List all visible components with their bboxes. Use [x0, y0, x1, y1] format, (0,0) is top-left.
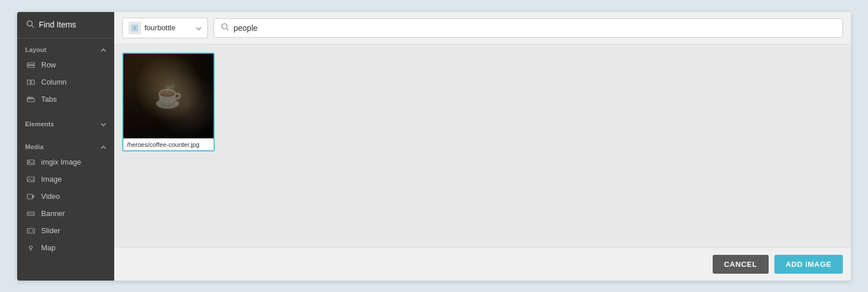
- svg-rect-5: [31, 80, 34, 85]
- main-content: f fourbottle: [114, 12, 851, 281]
- cancel-button[interactable]: CANCEL: [713, 255, 769, 274]
- svg-marker-13: [33, 195, 34, 198]
- map-icon: [26, 243, 35, 253]
- sidebar-item-tabs-label: Tabs: [41, 95, 57, 103]
- source-dropdown[interactable]: f fourbottle: [122, 18, 208, 38]
- svg-rect-16: [27, 229, 34, 233]
- elements-section-label: Elements: [25, 121, 54, 127]
- media-section-label: Media: [25, 143, 43, 150]
- slider-icon: [26, 226, 35, 235]
- sidebar: Find Items Layout Row: [17, 12, 114, 281]
- svg-rect-11: [27, 177, 34, 182]
- image-card-label: /heroes/coffee-counter.jpg: [123, 138, 214, 150]
- sidebar-item-video-label: Video: [41, 192, 60, 201]
- sidebar-item-imgix-image[interactable]: imgix Image: [17, 154, 114, 171]
- svg-line-1: [32, 25, 34, 27]
- layout-section-header[interactable]: Layout: [17, 43, 114, 57]
- elements-section: Elements: [17, 113, 114, 135]
- sidebar-item-row[interactable]: Row: [17, 57, 114, 74]
- find-items-label: Find Items: [39, 20, 76, 29]
- search-icon: [221, 23, 229, 33]
- image-thumbnail: [123, 54, 214, 138]
- footer-bar: CANCEL ADD IMAGE: [114, 247, 851, 281]
- sidebar-item-slider[interactable]: Slider: [17, 222, 114, 239]
- svg-point-17: [30, 246, 33, 249]
- search-bar: [214, 18, 843, 38]
- column-icon: [26, 78, 35, 87]
- media-section: Media imgix Image: [17, 135, 114, 261]
- sidebar-item-slider-label: Slider: [41, 226, 60, 235]
- find-items-button[interactable]: Find Items: [17, 12, 114, 38]
- elements-collapse-icon: [101, 121, 106, 127]
- layout-collapse-icon: [101, 46, 106, 53]
- image-card[interactable]: /heroes/coffee-counter.jpg: [122, 53, 215, 151]
- sidebar-item-video[interactable]: Video: [17, 188, 114, 205]
- sidebar-item-banner-label: Banner: [41, 209, 65, 218]
- image-area: /heroes/coffee-counter.jpg: [114, 45, 851, 247]
- sidebar-item-image-label: Image: [41, 175, 62, 183]
- image-icon: [26, 175, 35, 184]
- chevron-down-icon: [196, 23, 202, 32]
- row-icon: [26, 61, 35, 70]
- video-icon: [26, 192, 35, 201]
- layout-section: Layout Row: [17, 38, 114, 113]
- svg-rect-3: [27, 65, 34, 67]
- media-section-header[interactable]: Media: [17, 140, 114, 154]
- svg-line-22: [227, 29, 229, 31]
- sidebar-item-image[interactable]: Image: [17, 171, 114, 188]
- sidebar-item-map[interactable]: Map: [17, 239, 114, 257]
- sidebar-item-banner[interactable]: Banner: [17, 205, 114, 222]
- add-image-button[interactable]: ADD IMAGE: [774, 255, 843, 274]
- svg-rect-4: [27, 80, 30, 85]
- sidebar-item-row-label: Row: [41, 61, 56, 69]
- toolbar: f fourbottle: [114, 12, 851, 45]
- svg-rect-2: [27, 63, 34, 65]
- sidebar-item-column[interactable]: Column: [17, 74, 114, 91]
- search-input[interactable]: [234, 19, 835, 37]
- banner-icon: [26, 209, 35, 218]
- search-icon: [26, 20, 34, 30]
- sidebar-item-map-label: Map: [41, 243, 55, 252]
- elements-section-header[interactable]: Elements: [17, 117, 114, 131]
- svg-rect-12: [27, 194, 33, 199]
- sidebar-item-tabs[interactable]: Tabs: [17, 91, 114, 108]
- source-name: fourbottle: [144, 23, 175, 32]
- media-collapse-icon: [101, 143, 106, 150]
- sidebar-item-imgix-label: imgix Image: [41, 158, 81, 166]
- tabs-icon: [26, 95, 35, 104]
- sidebar-item-column-label: Column: [41, 78, 67, 86]
- app-container: Find Items Layout Row: [17, 12, 851, 281]
- layout-section-label: Layout: [25, 46, 46, 53]
- source-logo: f: [128, 22, 141, 34]
- imgix-icon: [26, 158, 35, 167]
